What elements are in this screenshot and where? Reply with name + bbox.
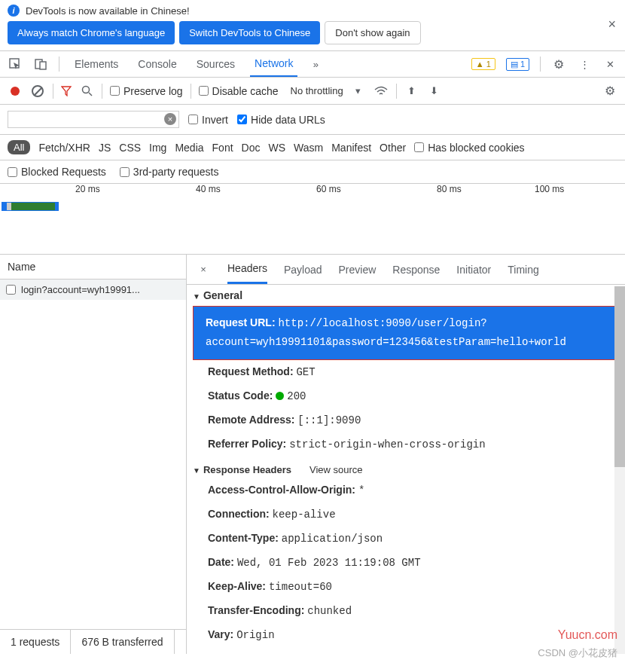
language-notification: i DevTools is now available in Chinese! bbox=[0, 0, 625, 21]
filter-js[interactable]: JS bbox=[99, 142, 111, 154]
close-detail-icon[interactable]: × bbox=[196, 262, 211, 277]
settings-icon[interactable]: ⚙ bbox=[551, 57, 566, 72]
dtab-payload[interactable]: Payload bbox=[284, 256, 322, 283]
clear-filter-icon[interactable]: × bbox=[164, 113, 176, 125]
blocked-cookies-checkbox[interactable]: Has blocked cookies bbox=[414, 142, 524, 154]
watermark-csdn: CSDN @小花皮猪 bbox=[538, 646, 617, 660]
filter-doc[interactable]: Doc bbox=[242, 142, 261, 154]
request-count: 1 requests bbox=[0, 630, 71, 654]
disable-cache-checkbox[interactable]: Disable cache bbox=[199, 85, 279, 97]
third-party-checkbox[interactable]: 3rd-party requests bbox=[120, 166, 219, 178]
filter-icon[interactable] bbox=[61, 86, 72, 96]
filter-media[interactable]: Media bbox=[175, 142, 203, 154]
response-headers-section[interactable]: ▼Response Headers View source bbox=[187, 457, 625, 478]
filter-all[interactable]: All bbox=[8, 140, 30, 154]
general-section[interactable]: ▼General bbox=[187, 285, 625, 306]
network-toolbar: Preserve log Disable cache No throttling… bbox=[0, 78, 625, 105]
request-method: Request Method: GET bbox=[187, 360, 625, 384]
record-button[interactable] bbox=[8, 84, 23, 99]
dtab-response[interactable]: Response bbox=[392, 256, 440, 283]
clear-button[interactable] bbox=[30, 84, 45, 99]
preserve-log-checkbox[interactable]: Preserve log bbox=[110, 85, 183, 97]
invert-checkbox[interactable]: Invert bbox=[188, 114, 228, 126]
detail-panel: × Headers Payload Preview Response Initi… bbox=[187, 255, 625, 654]
network-settings-icon[interactable]: ⚙ bbox=[602, 84, 617, 99]
dtab-preview[interactable]: Preview bbox=[339, 256, 377, 283]
type-filters: All Fetch/XHR JS CSS Img Media Font Doc … bbox=[0, 135, 625, 160]
notification-buttons: Always match Chrome's language Switch De… bbox=[0, 21, 625, 50]
svg-point-3 bbox=[82, 87, 89, 93]
split-panel: Name login?account=wyh19991... 1 request… bbox=[0, 255, 625, 654]
watermark-yuucn: Yuucn.com bbox=[558, 628, 617, 642]
dont-show-again-button[interactable]: Don't show again bbox=[325, 21, 420, 44]
header-acao: Access-Control-Allow-Origin: * bbox=[187, 478, 625, 502]
info-icon: i bbox=[8, 5, 20, 17]
header-connection: Connection: keep-alive bbox=[187, 502, 625, 527]
dtab-timing[interactable]: Timing bbox=[508, 256, 539, 283]
switch-chinese-button[interactable]: Switch DevTools to Chinese bbox=[179, 21, 320, 44]
inspect-icon[interactable] bbox=[8, 57, 23, 72]
dtab-initiator[interactable]: Initiator bbox=[456, 256, 491, 283]
throttling-select[interactable]: No throttling bbox=[291, 85, 343, 96]
throttling-dropdown-icon[interactable]: ▾ bbox=[351, 84, 366, 99]
request-name: login?account=wyh19991... bbox=[21, 284, 140, 295]
tab-network[interactable]: Network bbox=[250, 51, 297, 77]
tick-100: 100 ms bbox=[535, 184, 564, 194]
filter-other[interactable]: Other bbox=[380, 142, 406, 154]
svg-rect-2 bbox=[40, 62, 46, 69]
kebab-menu-icon[interactable]: ⋮ bbox=[577, 57, 592, 72]
timeline-bar[interactable] bbox=[2, 202, 59, 211]
tab-elements[interactable]: Elements bbox=[70, 52, 123, 76]
blocked-requests-checkbox[interactable]: Blocked Requests bbox=[8, 166, 106, 178]
status-code: Status Code: 200 bbox=[187, 384, 625, 408]
detail-tabs: × Headers Payload Preview Response Initi… bbox=[187, 255, 625, 285]
timeline[interactable]: 20 ms 40 ms 60 ms 80 ms 100 ms bbox=[0, 184, 625, 255]
triangle-icon: ▼ bbox=[193, 292, 200, 301]
tick-40: 40 ms bbox=[196, 184, 221, 194]
extra-filters: Blocked Requests 3rd-party requests bbox=[0, 160, 625, 184]
network-conditions-icon[interactable] bbox=[373, 84, 389, 99]
upload-har-icon[interactable]: ⬆ bbox=[404, 84, 419, 99]
tab-console[interactable]: Console bbox=[133, 52, 181, 76]
referrer-policy: Referrer Policy: strict-origin-when-cros… bbox=[187, 432, 625, 457]
device-toggle-icon[interactable] bbox=[33, 57, 48, 72]
request-row[interactable]: login?account=wyh19991... bbox=[0, 279, 186, 300]
more-tabs-icon[interactable]: » bbox=[308, 57, 323, 72]
tick-80: 80 ms bbox=[437, 184, 462, 194]
scrollbar[interactable] bbox=[614, 286, 625, 654]
tick-20: 20 ms bbox=[75, 184, 100, 194]
header-content-type: Content-Type: application/json bbox=[187, 527, 625, 551]
request-checkbox[interactable] bbox=[6, 285, 16, 295]
scroll-thumb[interactable] bbox=[614, 286, 625, 467]
notification-text: DevTools is now available in Chinese! bbox=[26, 5, 190, 17]
filter-wasm[interactable]: Wasm bbox=[294, 142, 323, 154]
status-bar: 1 requests 676 B transferred bbox=[0, 629, 186, 654]
request-url-highlight[interactable]: Request URL: http://localhost:9090/user/… bbox=[193, 306, 619, 360]
filter-input[interactable] bbox=[8, 111, 179, 128]
name-column-header[interactable]: Name bbox=[0, 255, 186, 279]
close-devtools-icon[interactable]: ✕ bbox=[602, 57, 617, 72]
info-badge[interactable]: ▤ 1 bbox=[506, 58, 529, 71]
match-language-button[interactable]: Always match Chrome's language bbox=[8, 21, 175, 44]
view-source-link[interactable]: View source bbox=[309, 464, 363, 475]
filter-manifest[interactable]: Manifest bbox=[331, 142, 371, 154]
filter-ws[interactable]: WS bbox=[268, 142, 285, 154]
filter-css[interactable]: CSS bbox=[119, 142, 141, 154]
requests-panel: Name login?account=wyh19991... 1 request… bbox=[0, 255, 187, 654]
download-har-icon[interactable]: ⬇ bbox=[427, 84, 442, 99]
search-icon[interactable] bbox=[79, 84, 94, 99]
filter-font[interactable]: Font bbox=[212, 142, 233, 154]
close-notification-icon[interactable]: × bbox=[608, 17, 616, 32]
filter-img[interactable]: Img bbox=[149, 142, 166, 154]
filter-fetch-xhr[interactable]: Fetch/XHR bbox=[38, 142, 90, 154]
main-tabs: Elements Console Sources Network » ▲ 1 ▤… bbox=[0, 50, 625, 78]
warning-badge[interactable]: ▲ 1 bbox=[471, 58, 495, 70]
tab-sources[interactable]: Sources bbox=[192, 52, 239, 76]
header-date: Date: Wed, 01 Feb 2023 11:19:08 GMT bbox=[187, 551, 625, 575]
transferred-size: 676 B transferred bbox=[71, 630, 174, 654]
hide-data-urls-checkbox[interactable]: Hide data URLs bbox=[237, 114, 325, 126]
remote-address: Remote Address: [::1]:9090 bbox=[187, 408, 625, 432]
header-keep-alive: Keep-Alive: timeout=60 bbox=[187, 575, 625, 599]
filter-bar: × Invert Hide data URLs bbox=[0, 105, 625, 135]
dtab-headers[interactable]: Headers bbox=[227, 255, 267, 284]
